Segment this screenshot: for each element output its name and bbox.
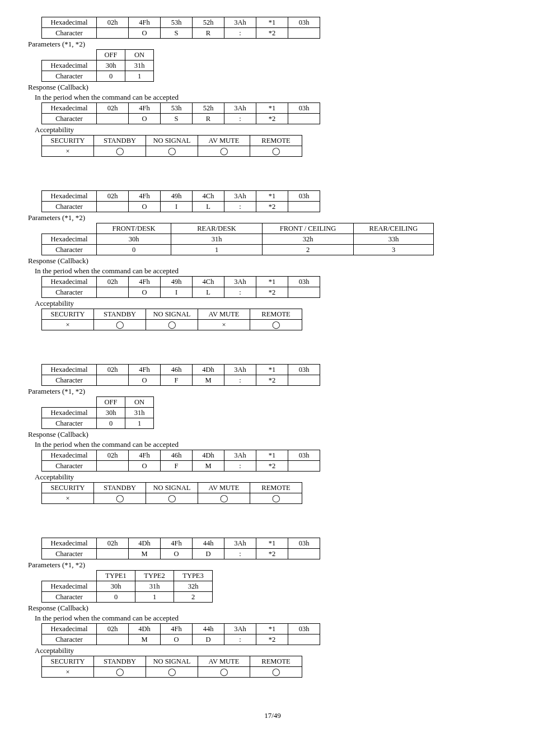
cell: 4Fh	[129, 191, 161, 202]
cell: 0	[97, 245, 171, 255]
cell: Hexadecimal	[42, 538, 97, 549]
response-label: Response (Callback)	[28, 604, 517, 613]
command-block: Hexadecimal02h4Fh49h4Ch3Ah*103hCharacter…	[28, 190, 517, 330]
cell: 3Ah	[224, 277, 256, 287]
cell: 4Ch	[193, 191, 224, 202]
cell: *2	[256, 634, 288, 645]
cell: M	[193, 375, 224, 386]
cell: 1	[125, 71, 154, 82]
cell: 3Ah	[224, 191, 256, 202]
cell: Hexadecimal	[42, 408, 97, 418]
cell: 02h	[97, 103, 129, 114]
cell: Character	[42, 375, 97, 386]
cell: NO SIGNAL	[146, 656, 198, 667]
command-block: Hexadecimal02h4Fh46h4Dh3Ah*103hCharacter…	[28, 364, 517, 504]
cell: 4Dh	[129, 538, 161, 549]
cell: STANDBY	[94, 309, 146, 320]
cell: REAR/CEILING	[354, 223, 434, 234]
cell: Character	[42, 114, 97, 124]
response-label: Response (Callback)	[28, 430, 517, 439]
cell: TYPE3	[174, 571, 213, 581]
cell: 02h	[97, 538, 129, 549]
cell: R	[193, 114, 224, 124]
cell: REMOTE	[250, 483, 302, 493]
cell: F	[161, 375, 193, 386]
cell: 49h	[161, 191, 193, 202]
cell	[288, 28, 320, 39]
cell: *1	[256, 538, 288, 549]
cell: O	[129, 375, 161, 386]
cell: O	[129, 461, 161, 472]
cell: 02h	[97, 624, 129, 634]
cell: 31h	[135, 581, 174, 592]
cell: Character	[42, 461, 97, 472]
cell: ◯	[250, 493, 302, 504]
cell: *1	[256, 277, 288, 287]
cell: 3Ah	[224, 624, 256, 634]
cell: ◯	[198, 493, 250, 504]
cell: Character	[42, 202, 97, 212]
cell: ◯	[94, 667, 146, 678]
cell: S	[161, 28, 193, 39]
cell: TYPE1	[97, 571, 135, 581]
cell: 2	[263, 245, 354, 255]
cell	[97, 202, 129, 212]
cell: ◯	[94, 146, 146, 157]
cell: 4Fh	[161, 624, 193, 634]
cell: 02h	[97, 191, 129, 202]
cell: M	[129, 549, 161, 559]
command-block: Hexadecimal02h4Fh53h52h3Ah*103hCharacter…	[28, 17, 517, 157]
cell: SECURITY	[42, 136, 94, 146]
inperiod-label: In the period when the command can be ac…	[35, 267, 517, 276]
cell: 2	[174, 592, 213, 603]
cell: O	[129, 28, 161, 39]
cell: 46h	[161, 365, 193, 375]
cell: 46h	[161, 450, 193, 461]
cell	[42, 397, 97, 408]
cell: L	[193, 287, 224, 298]
cell	[288, 114, 320, 124]
cell: Hexadecimal	[42, 103, 97, 114]
cell: 4Dh	[129, 624, 161, 634]
cell: ON	[125, 50, 154, 60]
cell: 03h	[288, 538, 320, 549]
cell: ×	[42, 320, 94, 330]
cell: 1	[135, 592, 174, 603]
cell: *1	[256, 17, 288, 28]
cell: 02h	[97, 365, 129, 375]
cell: Hexadecimal	[42, 60, 97, 71]
cell: F	[161, 461, 193, 472]
cell: Hexadecimal	[42, 365, 97, 375]
cell: Character	[42, 592, 97, 603]
cell	[42, 50, 97, 60]
cell: *2	[256, 114, 288, 124]
cell: :	[224, 202, 256, 212]
cell: AV MUTE	[198, 656, 250, 667]
cell: Hexadecimal	[42, 624, 97, 634]
cell	[97, 549, 129, 559]
parameters-label: Parameters (*1, *2)	[28, 40, 517, 49]
cell: 30h	[97, 408, 125, 418]
cell: :	[224, 28, 256, 39]
response-label: Response (Callback)	[28, 83, 517, 92]
cell: *2	[256, 549, 288, 559]
cell: Character	[42, 418, 97, 429]
cell: 03h	[288, 624, 320, 634]
cell: ◯	[94, 493, 146, 504]
cell: 0	[97, 418, 125, 429]
cell	[42, 571, 97, 581]
inperiod-label: In the period when the command can be ac…	[35, 614, 517, 623]
cell	[288, 202, 320, 212]
response-label: Response (Callback)	[28, 256, 517, 265]
cell	[42, 223, 97, 234]
cell: 52h	[193, 103, 224, 114]
page-number: 17/49	[28, 711, 517, 720]
acceptability-label: Acceptability	[35, 125, 517, 134]
cell: :	[224, 287, 256, 298]
cell: ◯	[250, 320, 302, 330]
cell: Hexadecimal	[42, 450, 97, 461]
cell: O	[161, 634, 193, 645]
cell: Hexadecimal	[42, 234, 97, 245]
cell	[97, 461, 129, 472]
cell: NO SIGNAL	[146, 136, 198, 146]
